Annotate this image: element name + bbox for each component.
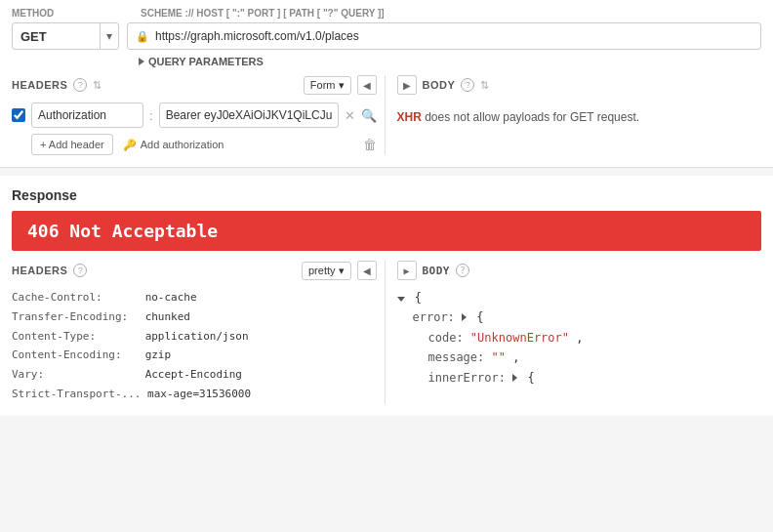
header-key: Vary: (12, 365, 139, 385)
actions-row: + Add header 🔑 Add authorization 🗑 (12, 134, 377, 155)
url-row: GET ▾ 🔒 https://graph.microsoft.com/v1.0… (12, 22, 761, 50)
clear-icon[interactable]: ✕ (345, 108, 355, 123)
response-panels: HEADERS ? pretty ▾ ◀ Cache-Control: no-c… (12, 261, 761, 404)
json-value-message: "" (492, 350, 506, 364)
resp-headers-info-icon[interactable]: ? (73, 264, 87, 277)
resp-body-info-icon[interactable]: ? (456, 264, 469, 277)
json-line: { (397, 288, 762, 307)
method-dropdown-arrow[interactable]: ▾ (100, 23, 118, 49)
scheme-label: SCHEME :// HOST [ ":" PORT ] [ PATH [ "?… (141, 8, 761, 19)
header-key-input[interactable] (31, 102, 143, 128)
body-nav-left[interactable]: ▶ (397, 75, 417, 95)
delete-icon[interactable]: 🗑 (363, 137, 377, 152)
add-header-button[interactable]: + Add header (31, 134, 113, 155)
query-params-triangle (139, 58, 144, 65)
lock-icon: 🔒 (136, 30, 149, 43)
resp-headers-title: HEADERS (12, 265, 67, 276)
json-key: error: (413, 310, 455, 324)
headers-panel: HEADERS ? ⇅ Form ▾ ◀ : ✕ 🔍 + Add h (12, 75, 386, 155)
header-key: Content-Type: (12, 327, 139, 347)
xhr-highlight: XHR (397, 110, 422, 124)
pretty-arrow: ▾ (339, 265, 345, 277)
json-value-code: "UnknownError" (470, 331, 569, 345)
headers-sort-icon[interactable]: ⇅ (93, 79, 102, 92)
response-headers-panel: HEADERS ? pretty ▾ ◀ Cache-Control: no-c… (12, 261, 386, 404)
json-line: message: "" , (397, 348, 762, 367)
table-row: Transfer-Encoding: chunked (12, 307, 377, 327)
comma: , (512, 350, 519, 364)
query-params-label: QUERY PARAMETERS (148, 56, 264, 67)
header-value-input[interactable] (159, 102, 339, 128)
headers-info-icon[interactable]: ? (73, 78, 87, 92)
open-brace: { (476, 310, 483, 324)
header-checkbox[interactable] (12, 108, 25, 122)
query-params-row: QUERY PARAMETERS (12, 56, 761, 67)
response-body-panel: ▶ BODY ? { error: { code: "U (386, 261, 762, 404)
json-key-code: code: (428, 331, 464, 345)
add-auth-label: Add authorization (141, 139, 224, 150)
key-icon: 🔑 (123, 139, 137, 151)
request-panel: METHOD SCHEME :// HOST [ ":" PORT ] [ PA… (0, 0, 773, 168)
response-headers-table: Cache-Control: no-cache Transfer-Encodin… (12, 288, 377, 404)
table-row: Vary: Accept-Encoding (12, 365, 377, 385)
header-key: Content-Encoding: (12, 346, 139, 365)
json-key-innererror: innerError: (428, 371, 506, 385)
response-section: Response 406 Not Acceptable HEADERS ? pr… (0, 176, 773, 416)
json-line: code: "UnknownError" , (397, 328, 762, 348)
headers-panel-header: HEADERS ? ⇅ Form ▾ ◀ (12, 75, 377, 95)
pretty-button[interactable]: pretty ▾ (302, 262, 351, 280)
url-input-container[interactable]: 🔒 https://graph.microsoft.com/v1.0/place… (127, 22, 761, 50)
search-icon[interactable]: 🔍 (361, 108, 377, 123)
body-panel: ▶ BODY ? ⇅ XHR does not allow payloads f… (386, 75, 762, 155)
table-row: Cache-Control: no-cache (12, 288, 377, 307)
body-sort-icon[interactable]: ⇅ (480, 79, 489, 92)
headers-title: HEADERS (12, 79, 67, 91)
collapse-icon[interactable] (397, 297, 405, 302)
query-params-toggle[interactable]: QUERY PARAMETERS (139, 56, 264, 67)
body-title: BODY (423, 79, 456, 91)
header-value: no-cache (145, 291, 197, 304)
resp-body-title: BODY (423, 265, 451, 277)
form-button[interactable]: Form ▾ (304, 76, 351, 95)
nav-left-arrow[interactable]: ◀ (357, 75, 377, 95)
header-value: application/json (145, 330, 249, 343)
header-value: chunked (145, 310, 190, 323)
resp-body-nav[interactable]: ▶ (397, 261, 417, 280)
header-row: : ✕ 🔍 (12, 102, 377, 128)
form-label: Form (310, 79, 336, 91)
header-key: Transfer-Encoding: (12, 307, 139, 327)
panels-row: HEADERS ? ⇅ Form ▾ ◀ : ✕ 🔍 + Add h (12, 75, 761, 155)
method-label: METHOD (12, 8, 129, 19)
pretty-label: pretty (308, 265, 336, 276)
table-row: Content-Encoding: gzip (12, 346, 377, 365)
table-row: Strict-Transport-... max-age=31536000 (12, 385, 377, 404)
open-brace: { (415, 291, 422, 305)
xhr-text: does not allow payloads for GET request. (425, 110, 639, 124)
innererror-collapse-icon[interactable] (512, 374, 517, 382)
status-bar: 406 Not Acceptable (12, 211, 761, 251)
form-arrow: ▾ (339, 79, 345, 92)
header-value: gzip (145, 348, 172, 361)
colon-separator: : (149, 108, 153, 123)
header-value: max-age=31536000 (147, 388, 251, 400)
method-select[interactable]: GET ▾ (12, 22, 119, 50)
response-title: Response (12, 187, 761, 203)
json-key-message: message: (428, 350, 485, 364)
url-text: https://graph.microsoft.com/v1.0/places (155, 29, 753, 43)
body-panel-header: ▶ BODY ? ⇅ (397, 75, 762, 95)
add-auth-button[interactable]: 🔑 Add authorization (123, 139, 224, 151)
comma: , (576, 331, 583, 345)
resp-nav-left[interactable]: ◀ (357, 261, 377, 280)
json-view: { error: { code: "UnknownError" , messag… (397, 288, 762, 388)
body-info-icon[interactable]: ? (461, 78, 474, 92)
resp-body-header: ▶ BODY ? (397, 261, 762, 280)
label-row: METHOD SCHEME :// HOST [ ":" PORT ] [ PA… (12, 8, 761, 19)
open-brace: { (527, 371, 534, 385)
error-collapse-icon[interactable] (462, 313, 467, 321)
json-line: innerError: { (397, 368, 762, 388)
resp-headers-header: HEADERS ? pretty ▾ ◀ (12, 261, 377, 280)
header-key: Cache-Control: (12, 288, 139, 307)
method-value: GET (13, 29, 100, 44)
xhr-message: XHR does not allow payloads for GET requ… (397, 102, 762, 124)
header-value: Accept-Encoding (145, 368, 242, 381)
